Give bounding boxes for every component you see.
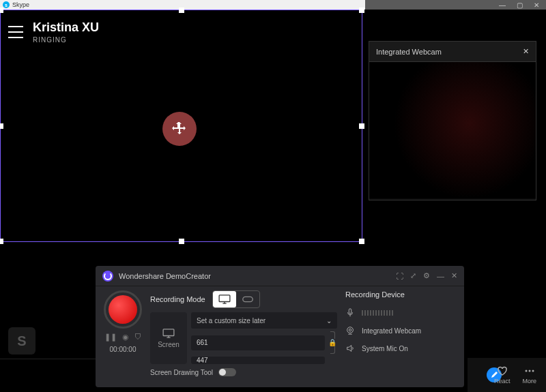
lock-aspect-button[interactable]: 🔒 xyxy=(328,331,337,354)
pause-button[interactable]: ❚❚ xyxy=(104,333,117,342)
menu-icon[interactable] xyxy=(8,26,23,38)
stop-button[interactable]: ◉ xyxy=(122,333,129,342)
screen-mode-button[interactable] xyxy=(213,291,236,307)
more-icon xyxy=(524,365,535,376)
webcam-preview xyxy=(369,62,536,198)
webcam-device-row[interactable]: Integrated Webcam xyxy=(345,322,456,340)
webcam-icon xyxy=(345,326,355,335)
skype-call-area: Kristina XU RINGING xyxy=(0,10,365,247)
size-preset-select[interactable]: Set a custom size later ⌄ xyxy=(191,312,337,329)
record-button[interactable] xyxy=(104,290,142,329)
chevron-down-icon: ⌄ xyxy=(326,317,332,325)
separator xyxy=(0,359,96,359)
width-input[interactable] xyxy=(191,335,325,350)
svg-rect-2 xyxy=(163,329,174,335)
screen-tab-label: Screen xyxy=(158,341,179,348)
settings-button[interactable]: ⚙ xyxy=(423,271,430,280)
close-panel-button[interactable]: ✕ xyxy=(451,271,457,280)
caller-name: Kristina XU xyxy=(33,20,99,35)
webcam-title: Integrated Webcam xyxy=(376,48,442,56)
shield-button[interactable]: ⛉ xyxy=(134,333,142,342)
monitor-icon xyxy=(218,295,231,304)
react-label: React xyxy=(494,378,511,385)
react-button[interactable]: React xyxy=(494,365,511,385)
svg-point-5 xyxy=(349,329,351,331)
svg-rect-3 xyxy=(349,309,351,314)
mic-device-label: System Mic On xyxy=(362,345,408,352)
recording-device-label: Recording Device xyxy=(345,290,456,299)
move-icon xyxy=(171,121,188,137)
height-input[interactable] xyxy=(191,357,325,364)
webcam-panel: Integrated Webcam ✕ xyxy=(369,41,536,200)
screen-drawing-toggle[interactable] xyxy=(218,368,236,376)
webcam-device-label: Integrated Webcam xyxy=(362,327,421,335)
svg-point-6 xyxy=(525,370,527,372)
recording-timer: 00:00:00 xyxy=(110,346,136,353)
fullscreen-button[interactable]: ⤢ xyxy=(410,271,416,280)
svg-rect-1 xyxy=(243,297,253,301)
svg-point-4 xyxy=(347,327,354,333)
screen-drawing-label: Screen Drawing Tool xyxy=(150,369,213,376)
webcam-header: Integrated Webcam ✕ xyxy=(369,42,536,62)
secondary-window-controls: — ▢ ✕ xyxy=(365,0,546,10)
minimize-button[interactable]: — xyxy=(499,1,506,9)
game-mode-button[interactable] xyxy=(236,291,259,307)
more-button[interactable]: More xyxy=(522,365,536,385)
close-button[interactable]: ✕ xyxy=(534,1,539,9)
minimize-panel-button[interactable]: — xyxy=(437,272,444,280)
microphone-icon xyxy=(345,308,355,318)
call-header: Kristina XU RINGING xyxy=(0,10,365,55)
monitor-icon xyxy=(162,329,175,338)
maximize-button[interactable]: ▢ xyxy=(517,1,523,9)
gamepad-icon xyxy=(242,295,254,304)
democreator-title: Wondershare DemoCreator xyxy=(119,272,211,280)
svg-point-7 xyxy=(528,370,530,372)
move-handle[interactable] xyxy=(162,112,197,146)
skype-app-name: Skype xyxy=(12,1,29,8)
democreator-panel: Wondershare DemoCreator ⛶ ⤢ ⚙ — ✕ ❚❚ ◉ ⛉… xyxy=(96,266,464,387)
size-preset-value: Set a custom size later xyxy=(197,317,265,325)
skype-taskbar-icon[interactable]: S xyxy=(8,327,35,355)
democreator-header: Wondershare DemoCreator ⛶ ⤢ ⚙ — ✕ xyxy=(96,266,464,286)
skype-bottom-toolbar: React More xyxy=(468,358,546,392)
webcam-close-button[interactable]: ✕ xyxy=(523,47,529,56)
audio-level-meter xyxy=(362,310,393,316)
svg-rect-0 xyxy=(219,295,230,302)
svg-point-8 xyxy=(532,370,534,372)
call-status: RINGING xyxy=(33,36,99,44)
speaker-icon xyxy=(345,344,355,353)
mic-level-row[interactable] xyxy=(345,304,456,322)
skype-icon: s xyxy=(3,1,10,8)
mic-device-row[interactable]: System Mic On xyxy=(345,340,456,357)
democreator-logo-icon xyxy=(102,271,113,282)
recording-mode-label: Recording Mode xyxy=(150,295,205,303)
capture-region-button[interactable]: ⛶ xyxy=(396,272,403,280)
screen-source-tab[interactable]: Screen xyxy=(150,312,187,364)
heart-icon xyxy=(497,365,508,376)
more-label: More xyxy=(522,378,536,385)
